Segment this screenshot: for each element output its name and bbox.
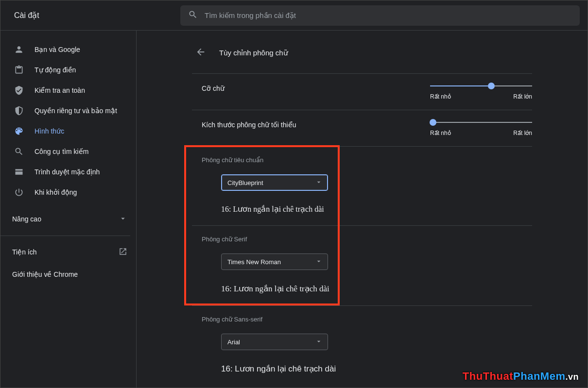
sidebar-about-chrome[interactable]: Giới thiệu về Chrome xyxy=(0,263,136,286)
sidebar-item-appearance[interactable]: Hình thức xyxy=(0,121,130,141)
min-font-size-label: Kích thước phông chữ tối thiểu xyxy=(202,119,296,129)
watermark: ThuThuatPhanMem.vn xyxy=(463,370,579,383)
sidebar-item-label: Công cụ tìm kiếm xyxy=(35,148,88,155)
sidebar-item-autofill[interactable]: Tự động điền xyxy=(0,60,130,80)
chevron-down-icon xyxy=(315,337,323,347)
sidebar-advanced-toggle[interactable]: Nâng cao xyxy=(0,207,136,231)
sidebar-item-you-and-google[interactable]: Bạn và Google xyxy=(0,39,130,60)
external-link-icon xyxy=(119,247,127,257)
extensions-label: Tiện ích xyxy=(12,248,37,256)
sidebar-item-safety-check[interactable]: Kiểm tra an toàn xyxy=(0,80,130,101)
sidebar-item-label: Bạn và Google xyxy=(35,46,80,53)
sidebar-extensions[interactable]: Tiện ích xyxy=(0,241,136,263)
shield-icon xyxy=(14,106,24,116)
divider xyxy=(0,236,130,236)
search-input[interactable]: Tìm kiếm trong phần cài đặt xyxy=(180,5,580,26)
font-size-slider[interactable] xyxy=(430,85,532,86)
slider-max-label: Rất lớn xyxy=(513,130,532,136)
sidebar-item-search-engine[interactable]: Công cụ tìm kiếm xyxy=(0,141,130,162)
back-button[interactable] xyxy=(192,44,209,62)
standard-font-dropdown[interactable]: CityBlueprint xyxy=(221,174,328,191)
sidebar: Bạn và Google Tự động điền Kiểm tra an t… xyxy=(0,31,137,388)
dropdown-value: Arial xyxy=(227,338,240,346)
person-icon xyxy=(14,45,24,54)
arrow-left-icon xyxy=(195,47,206,59)
sidebar-item-label: Tự động điền xyxy=(35,66,76,74)
clipboard-icon xyxy=(14,65,24,75)
search-icon xyxy=(14,147,24,156)
slider-min-label: Rất nhỏ xyxy=(430,93,451,100)
sidebar-item-label: Trình duyệt mặc định xyxy=(35,168,100,176)
standard-font-sample: 16: Lươn ngắn lại chê trạch dài xyxy=(221,204,532,214)
page-title: Cài đặt xyxy=(0,11,180,20)
min-font-size-slider[interactable] xyxy=(430,122,532,123)
slider-min-label: Rất nhỏ xyxy=(430,130,451,136)
sidebar-item-label: Khi khởi động xyxy=(35,188,77,196)
chevron-down-icon xyxy=(315,178,323,187)
advanced-label: Nâng cao xyxy=(12,215,41,223)
chevron-down-icon xyxy=(315,257,323,267)
sidebar-item-on-startup[interactable]: Khi khởi động xyxy=(0,182,130,202)
serif-font-label: Phông chữ Serif xyxy=(202,236,532,243)
font-size-label: Cỡ chữ xyxy=(202,83,225,92)
sidebar-item-label: Kiểm tra an toàn xyxy=(35,86,85,94)
sidebar-item-privacy[interactable]: Quyền riêng tư và bảo mật xyxy=(0,101,130,121)
serif-font-dropdown[interactable]: Times New Roman xyxy=(221,253,328,270)
sans-serif-font-dropdown[interactable]: Arial xyxy=(221,334,328,350)
dropdown-value: CityBlueprint xyxy=(227,179,263,186)
content-title: Tùy chỉnh phông chữ xyxy=(219,49,288,57)
palette-icon xyxy=(14,126,24,136)
dropdown-value: Times New Roman xyxy=(227,258,281,266)
sidebar-item-label: Quyền riêng tư và bảo mật xyxy=(35,107,117,115)
sidebar-item-default-browser[interactable]: Trình duyệt mặc định xyxy=(0,162,130,182)
shield-check-icon xyxy=(14,85,24,95)
sans-serif-font-label: Phông chữ Sans-serif xyxy=(202,316,532,323)
power-icon xyxy=(14,187,24,197)
about-label: Giới thiệu về Chrome xyxy=(12,270,78,278)
sidebar-item-label: Hình thức xyxy=(35,127,64,135)
search-icon xyxy=(188,10,198,21)
search-placeholder: Tìm kiếm trong phần cài đặt xyxy=(205,11,296,20)
slider-max-label: Rất lớn xyxy=(513,93,532,100)
browser-icon xyxy=(14,167,24,177)
standard-font-label: Phông chữ tiêu chuẩn xyxy=(202,156,532,164)
serif-font-sample: 16: Lươn ngắn lại chê trạch dài xyxy=(221,284,532,294)
chevron-down-icon xyxy=(119,214,127,224)
